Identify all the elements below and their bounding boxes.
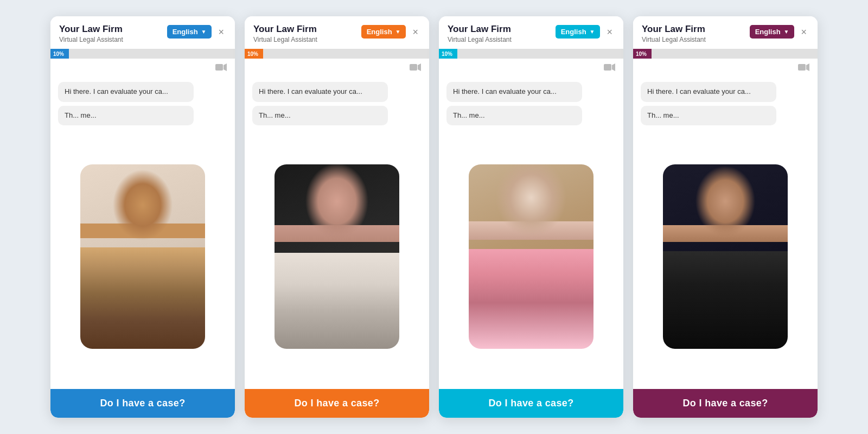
progress-bar-1: 10% — [50, 49, 235, 59]
close-button-4[interactable]: × — [799, 26, 809, 38]
progress-bg-1: 10% — [50, 49, 235, 59]
avatar-area-2 — [245, 164, 429, 389]
header-controls-4: English ▼ × — [750, 25, 809, 39]
lang-dropdown-2[interactable]: English ▼ — [361, 25, 406, 39]
avatar-area-3 — [439, 164, 623, 389]
chat-bubble-2-2: Th... me... — [252, 106, 388, 125]
video-camera-icon-1 — [215, 63, 227, 74]
title-area-3: Your Law Firm Virtual Legal Assistant — [448, 24, 512, 43]
svg-marker-5 — [612, 63, 615, 71]
progress-label-2: 10% — [247, 51, 258, 57]
chat-area-4: Hi there. I can evaluate your ca... Th..… — [633, 76, 818, 164]
cta-button-3[interactable]: Do I have a case? — [439, 389, 623, 418]
chat-bubble-1-3: Hi there. I can evaluate your ca... — [446, 82, 582, 101]
progress-label-1: 10% — [53, 51, 64, 57]
lang-label-2: English — [367, 28, 392, 36]
close-button-1[interactable]: × — [216, 26, 226, 38]
progress-bg-4: 10% — [633, 49, 818, 59]
progress-bg-3: 10% — [439, 49, 623, 59]
chat-bubble-1-4: Hi there. I can evaluate your ca... — [641, 82, 776, 101]
widget-header-4: Your Law Firm Virtual Legal Assistant En… — [633, 16, 818, 49]
progress-bar-2: 10% — [245, 49, 429, 59]
firm-name-4: Your Law Firm — [642, 24, 706, 35]
chat-bubble-1-1: Hi there. I can evaluate your ca... — [58, 82, 194, 101]
widget-header-3: Your Law Firm Virtual Legal Assistant En… — [439, 16, 623, 49]
avatar-image-3 — [469, 164, 593, 349]
video-camera-icon-4 — [798, 63, 810, 74]
avatar-area-4 — [633, 164, 818, 389]
avatar-image-4 — [663, 164, 788, 349]
firm-name-3: Your Law Firm — [448, 24, 512, 35]
lang-dropdown-3[interactable]: English ▼ — [556, 25, 601, 39]
firm-name-2: Your Law Firm — [253, 24, 317, 35]
close-button-3[interactable]: × — [604, 26, 615, 38]
header-controls-2: English ▼ × — [361, 25, 420, 39]
subtitle-4: Virtual Legal Assistant — [642, 36, 706, 43]
chat-area-3: Hi there. I can evaluate your ca... Th..… — [439, 76, 623, 164]
svg-rect-4 — [604, 64, 611, 71]
chat-area-1: Hi there. I can evaluate your ca... Th..… — [50, 76, 235, 164]
chat-area-2: Hi there. I can evaluate your ca... Th..… — [245, 76, 429, 164]
svg-marker-3 — [418, 63, 421, 71]
chat-bubble-2-3: Th... me... — [446, 106, 582, 125]
video-icon-row-4 — [633, 59, 818, 76]
video-camera-icon-3 — [604, 63, 616, 74]
lang-label-4: English — [755, 28, 781, 36]
lang-dropdown-4[interactable]: English ▼ — [750, 25, 795, 39]
chat-bubble-1-2: Hi there. I can evaluate your ca... — [252, 82, 388, 101]
svg-rect-0 — [215, 64, 223, 71]
subtitle-1: Virtual Legal Assistant — [59, 36, 123, 43]
subtitle-3: Virtual Legal Assistant — [448, 36, 512, 43]
chevron-down-icon-1: ▼ — [201, 29, 207, 35]
progress-bar-3: 10% — [439, 49, 623, 59]
progress-fill-1: 10% — [50, 49, 69, 59]
progress-fill-3: 10% — [439, 49, 457, 59]
firm-name-1: Your Law Firm — [59, 24, 123, 35]
header-controls-3: English ▼ × — [556, 25, 615, 39]
progress-bg-2: 10% — [245, 49, 429, 59]
widget-3: Your Law Firm Virtual Legal Assistant En… — [439, 16, 623, 418]
widget-header-2: Your Law Firm Virtual Legal Assistant En… — [245, 16, 429, 49]
widget-header-1: Your Law Firm Virtual Legal Assistant En… — [50, 16, 235, 49]
title-area-2: Your Law Firm Virtual Legal Assistant — [253, 24, 317, 43]
close-button-2[interactable]: × — [410, 26, 420, 38]
cta-button-1[interactable]: Do I have a case? — [50, 389, 235, 418]
svg-rect-2 — [410, 64, 417, 71]
progress-label-3: 10% — [442, 51, 452, 57]
svg-rect-6 — [798, 64, 806, 71]
chat-bubble-2-4: Th... me... — [641, 106, 776, 125]
avatar-image-1 — [80, 164, 205, 349]
video-icon-row-3 — [439, 59, 623, 76]
title-area-1: Your Law Firm Virtual Legal Assistant — [59, 24, 123, 43]
chat-bubble-2-1: Th... me... — [58, 106, 194, 125]
video-camera-icon-2 — [410, 63, 422, 74]
lang-label-1: English — [173, 28, 198, 36]
cta-button-4[interactable]: Do I have a case? — [633, 389, 818, 418]
progress-label-4: 10% — [636, 51, 647, 57]
title-area-4: Your Law Firm Virtual Legal Assistant — [642, 24, 706, 43]
video-icon-row-2 — [245, 59, 429, 76]
svg-marker-1 — [224, 63, 227, 71]
cta-button-2[interactable]: Do I have a case? — [245, 389, 429, 418]
widget-4: Your Law Firm Virtual Legal Assistant En… — [633, 16, 818, 418]
avatar-image-2 — [275, 164, 399, 349]
chevron-down-icon-3: ▼ — [590, 29, 595, 35]
video-icon-row-1 — [50, 59, 235, 76]
widget-1: Your Law Firm Virtual Legal Assistant En… — [50, 16, 235, 418]
avatar-area-1 — [50, 164, 235, 389]
widget-2: Your Law Firm Virtual Legal Assistant En… — [245, 16, 429, 418]
lang-dropdown-1[interactable]: English ▼ — [167, 25, 212, 39]
subtitle-2: Virtual Legal Assistant — [253, 36, 317, 43]
progress-fill-4: 10% — [633, 49, 652, 59]
chevron-down-icon-2: ▼ — [395, 29, 401, 35]
header-controls-1: English ▼ × — [167, 25, 226, 39]
widgets-container: Your Law Firm Virtual Legal Assistant En… — [11, 16, 857, 418]
progress-fill-2: 10% — [245, 49, 263, 59]
lang-label-3: English — [561, 28, 586, 36]
progress-bar-4: 10% — [633, 49, 818, 59]
svg-marker-7 — [806, 63, 809, 71]
chevron-down-icon-4: ▼ — [784, 29, 789, 35]
